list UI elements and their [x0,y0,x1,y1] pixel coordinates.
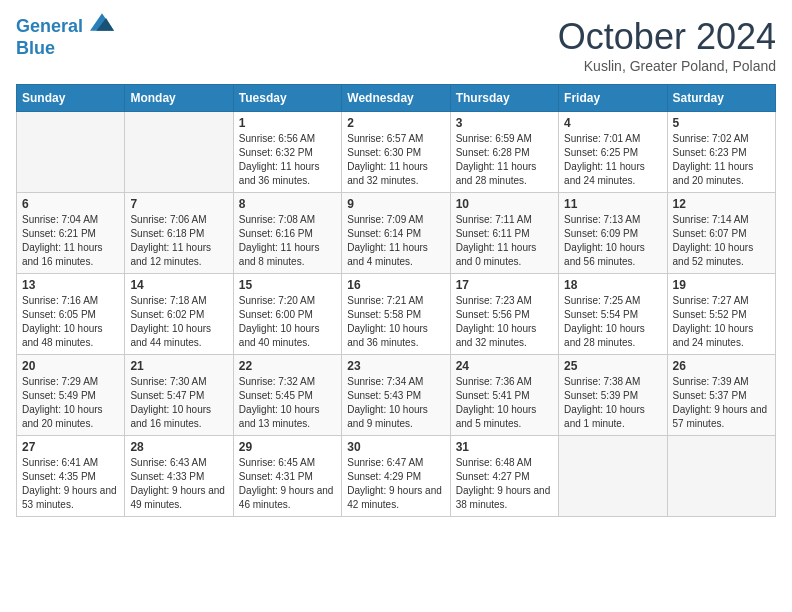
day-cell: 5 Sunrise: 7:02 AMSunset: 6:23 PMDayligh… [667,112,775,193]
day-cell: 11 Sunrise: 7:13 AMSunset: 6:09 PMDaylig… [559,193,667,274]
col-saturday: Saturday [667,85,775,112]
day-number: 12 [673,197,770,211]
day-cell: 25 Sunrise: 7:38 AMSunset: 5:39 PMDaylig… [559,355,667,436]
day-cell: 1 Sunrise: 6:56 AMSunset: 6:32 PMDayligh… [233,112,341,193]
day-info: Sunrise: 7:08 AMSunset: 6:16 PMDaylight:… [239,213,336,269]
day-cell: 4 Sunrise: 7:01 AMSunset: 6:25 PMDayligh… [559,112,667,193]
day-number: 19 [673,278,770,292]
day-number: 4 [564,116,661,130]
week-row-3: 13 Sunrise: 7:16 AMSunset: 6:05 PMDaylig… [17,274,776,355]
title-section: October 2024 Kuslin, Greater Poland, Pol… [558,16,776,74]
day-number: 6 [22,197,119,211]
col-thursday: Thursday [450,85,558,112]
day-info: Sunrise: 7:23 AMSunset: 5:56 PMDaylight:… [456,294,553,350]
day-info: Sunrise: 6:48 AMSunset: 4:27 PMDaylight:… [456,456,553,512]
logo-line2: Blue [16,38,114,60]
day-info: Sunrise: 7:32 AMSunset: 5:45 PMDaylight:… [239,375,336,431]
day-cell: 6 Sunrise: 7:04 AMSunset: 6:21 PMDayligh… [17,193,125,274]
day-cell: 14 Sunrise: 7:18 AMSunset: 6:02 PMDaylig… [125,274,233,355]
day-cell: 7 Sunrise: 7:06 AMSunset: 6:18 PMDayligh… [125,193,233,274]
col-friday: Friday [559,85,667,112]
day-info: Sunrise: 7:39 AMSunset: 5:37 PMDaylight:… [673,375,770,431]
day-info: Sunrise: 7:14 AMSunset: 6:07 PMDaylight:… [673,213,770,269]
day-cell: 29 Sunrise: 6:45 AMSunset: 4:31 PMDaylig… [233,436,341,517]
day-number: 20 [22,359,119,373]
day-number: 9 [347,197,444,211]
week-row-5: 27 Sunrise: 6:41 AMSunset: 4:35 PMDaylig… [17,436,776,517]
day-cell [667,436,775,517]
calendar-body: 1 Sunrise: 6:56 AMSunset: 6:32 PMDayligh… [17,112,776,517]
col-wednesday: Wednesday [342,85,450,112]
day-cell: 24 Sunrise: 7:36 AMSunset: 5:41 PMDaylig… [450,355,558,436]
day-cell: 27 Sunrise: 6:41 AMSunset: 4:35 PMDaylig… [17,436,125,517]
calendar-table: Sunday Monday Tuesday Wednesday Thursday… [16,84,776,517]
day-info: Sunrise: 7:16 AMSunset: 6:05 PMDaylight:… [22,294,119,350]
day-cell: 31 Sunrise: 6:48 AMSunset: 4:27 PMDaylig… [450,436,558,517]
day-info: Sunrise: 7:09 AMSunset: 6:14 PMDaylight:… [347,213,444,269]
col-sunday: Sunday [17,85,125,112]
day-cell: 3 Sunrise: 6:59 AMSunset: 6:28 PMDayligh… [450,112,558,193]
day-info: Sunrise: 7:25 AMSunset: 5:54 PMDaylight:… [564,294,661,350]
day-cell: 23 Sunrise: 7:34 AMSunset: 5:43 PMDaylig… [342,355,450,436]
day-number: 10 [456,197,553,211]
day-number: 30 [347,440,444,454]
day-number: 11 [564,197,661,211]
day-info: Sunrise: 7:11 AMSunset: 6:11 PMDaylight:… [456,213,553,269]
day-number: 23 [347,359,444,373]
day-cell: 12 Sunrise: 7:14 AMSunset: 6:07 PMDaylig… [667,193,775,274]
day-cell: 8 Sunrise: 7:08 AMSunset: 6:16 PMDayligh… [233,193,341,274]
day-number: 26 [673,359,770,373]
day-cell: 13 Sunrise: 7:16 AMSunset: 6:05 PMDaylig… [17,274,125,355]
day-info: Sunrise: 7:21 AMSunset: 5:58 PMDaylight:… [347,294,444,350]
day-number: 8 [239,197,336,211]
day-info: Sunrise: 7:20 AMSunset: 6:00 PMDaylight:… [239,294,336,350]
day-info: Sunrise: 6:57 AMSunset: 6:30 PMDaylight:… [347,132,444,188]
logo-icon [90,12,114,32]
day-cell: 20 Sunrise: 7:29 AMSunset: 5:49 PMDaylig… [17,355,125,436]
week-row-2: 6 Sunrise: 7:04 AMSunset: 6:21 PMDayligh… [17,193,776,274]
day-info: Sunrise: 7:02 AMSunset: 6:23 PMDaylight:… [673,132,770,188]
day-cell: 15 Sunrise: 7:20 AMSunset: 6:00 PMDaylig… [233,274,341,355]
logo: General Blue [16,16,114,59]
day-cell: 26 Sunrise: 7:39 AMSunset: 5:37 PMDaylig… [667,355,775,436]
day-info: Sunrise: 7:06 AMSunset: 6:18 PMDaylight:… [130,213,227,269]
day-info: Sunrise: 7:34 AMSunset: 5:43 PMDaylight:… [347,375,444,431]
day-number: 21 [130,359,227,373]
day-number: 22 [239,359,336,373]
day-number: 16 [347,278,444,292]
day-info: Sunrise: 7:36 AMSunset: 5:41 PMDaylight:… [456,375,553,431]
week-row-1: 1 Sunrise: 6:56 AMSunset: 6:32 PMDayligh… [17,112,776,193]
logo-text: General [16,16,114,38]
header-row: Sunday Monday Tuesday Wednesday Thursday… [17,85,776,112]
day-cell [125,112,233,193]
day-cell: 9 Sunrise: 7:09 AMSunset: 6:14 PMDayligh… [342,193,450,274]
day-number: 14 [130,278,227,292]
week-row-4: 20 Sunrise: 7:29 AMSunset: 5:49 PMDaylig… [17,355,776,436]
day-cell: 17 Sunrise: 7:23 AMSunset: 5:56 PMDaylig… [450,274,558,355]
day-cell [17,112,125,193]
day-number: 15 [239,278,336,292]
col-tuesday: Tuesday [233,85,341,112]
day-number: 3 [456,116,553,130]
day-info: Sunrise: 6:41 AMSunset: 4:35 PMDaylight:… [22,456,119,512]
day-info: Sunrise: 7:29 AMSunset: 5:49 PMDaylight:… [22,375,119,431]
day-number: 31 [456,440,553,454]
day-number: 1 [239,116,336,130]
page-header: General Blue October 2024 Kuslin, Greate… [16,16,776,74]
day-number: 27 [22,440,119,454]
day-cell: 16 Sunrise: 7:21 AMSunset: 5:58 PMDaylig… [342,274,450,355]
day-number: 29 [239,440,336,454]
day-cell: 21 Sunrise: 7:30 AMSunset: 5:47 PMDaylig… [125,355,233,436]
logo-line1: General [16,16,83,36]
day-info: Sunrise: 6:47 AMSunset: 4:29 PMDaylight:… [347,456,444,512]
day-info: Sunrise: 6:56 AMSunset: 6:32 PMDaylight:… [239,132,336,188]
day-info: Sunrise: 6:43 AMSunset: 4:33 PMDaylight:… [130,456,227,512]
day-cell: 2 Sunrise: 6:57 AMSunset: 6:30 PMDayligh… [342,112,450,193]
month-title: October 2024 [558,16,776,58]
day-info: Sunrise: 7:13 AMSunset: 6:09 PMDaylight:… [564,213,661,269]
day-cell: 22 Sunrise: 7:32 AMSunset: 5:45 PMDaylig… [233,355,341,436]
day-info: Sunrise: 7:27 AMSunset: 5:52 PMDaylight:… [673,294,770,350]
day-info: Sunrise: 7:04 AMSunset: 6:21 PMDaylight:… [22,213,119,269]
day-number: 25 [564,359,661,373]
day-info: Sunrise: 7:38 AMSunset: 5:39 PMDaylight:… [564,375,661,431]
